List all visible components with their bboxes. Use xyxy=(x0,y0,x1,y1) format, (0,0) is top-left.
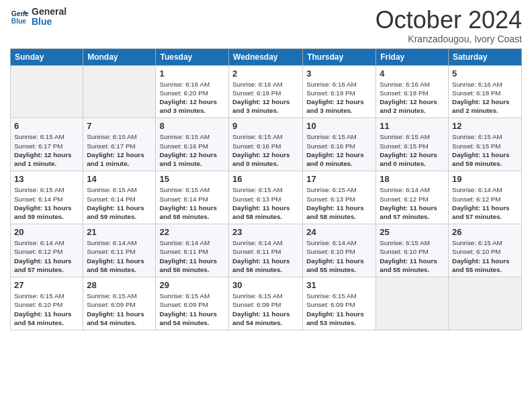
day-info: Sunrise: 6:15 AMSunset: 6:13 PMDaylight:… xyxy=(232,185,299,221)
day-number: 11 xyxy=(380,121,445,131)
day-info: Sunrise: 6:14 AMSunset: 6:12 PMDaylight:… xyxy=(452,185,518,221)
day-number: 22 xyxy=(159,227,225,237)
day-info: Sunrise: 6:15 AMSunset: 6:16 PMDaylight:… xyxy=(159,132,225,168)
day-number: 2 xyxy=(232,68,299,79)
day-number: 8 xyxy=(159,121,225,131)
logo: General Blue General Blue xyxy=(10,7,66,28)
weekday-header-row: SundayMondayTuesdayWednesdayThursdayFrid… xyxy=(11,48,522,65)
day-info: Sunrise: 6:15 AMSunset: 6:17 PMDaylight:… xyxy=(14,132,79,168)
calendar-cell: 13Sunrise: 6:15 AMSunset: 6:14 PMDayligh… xyxy=(11,171,83,224)
day-info: Sunrise: 6:15 AMSunset: 6:16 PMDaylight:… xyxy=(306,132,372,168)
title-block: October 2024 Kranzadougou, Ivory Coast xyxy=(375,7,522,44)
month-title: October 2024 xyxy=(375,7,522,34)
calendar-cell: 26Sunrise: 6:15 AMSunset: 6:10 PMDayligh… xyxy=(449,224,522,277)
calendar-cell: 7Sunrise: 6:15 AMSunset: 6:17 PMDaylight… xyxy=(83,118,156,171)
day-number: 12 xyxy=(452,121,518,131)
day-number: 10 xyxy=(306,121,372,131)
calendar-cell: 20Sunrise: 6:14 AMSunset: 6:12 PMDayligh… xyxy=(11,224,83,277)
day-info: Sunrise: 6:16 AMSunset: 6:19 PMDaylight:… xyxy=(306,80,372,116)
calendar-cell: 6Sunrise: 6:15 AMSunset: 6:17 PMDaylight… xyxy=(11,118,83,171)
calendar-cell: 10Sunrise: 6:15 AMSunset: 6:16 PMDayligh… xyxy=(303,118,376,171)
calendar-cell: 11Sunrise: 6:15 AMSunset: 6:15 PMDayligh… xyxy=(376,118,449,171)
week-row-3: 13Sunrise: 6:15 AMSunset: 6:14 PMDayligh… xyxy=(11,171,522,224)
day-number: 14 xyxy=(87,174,152,184)
day-number: 28 xyxy=(87,280,152,290)
day-info: Sunrise: 6:15 AMSunset: 6:14 PMDaylight:… xyxy=(87,185,152,221)
day-number: 13 xyxy=(14,174,79,184)
day-info: Sunrise: 6:15 AMSunset: 6:15 PMDaylight:… xyxy=(452,132,518,168)
day-info: Sunrise: 6:16 AMSunset: 6:18 PMDaylight:… xyxy=(452,80,518,116)
logo-icon: General Blue xyxy=(10,7,29,26)
day-number: 31 xyxy=(306,280,372,290)
calendar-cell: 16Sunrise: 6:15 AMSunset: 6:13 PMDayligh… xyxy=(229,171,303,224)
week-row-5: 27Sunrise: 6:15 AMSunset: 6:10 PMDayligh… xyxy=(11,277,522,330)
week-row-4: 20Sunrise: 6:14 AMSunset: 6:12 PMDayligh… xyxy=(11,224,522,277)
day-info: Sunrise: 6:14 AMSunset: 6:11 PMDaylight:… xyxy=(159,238,225,274)
calendar-cell xyxy=(83,65,156,118)
day-info: Sunrise: 6:15 AMSunset: 6:17 PMDaylight:… xyxy=(87,132,152,168)
calendar-cell xyxy=(376,277,449,330)
day-info: Sunrise: 6:15 AMSunset: 6:09 PMDaylight:… xyxy=(232,291,299,327)
week-row-2: 6Sunrise: 6:15 AMSunset: 6:17 PMDaylight… xyxy=(11,118,522,171)
weekday-header-thursday: Thursday xyxy=(303,48,376,65)
calendar-cell: 24Sunrise: 6:14 AMSunset: 6:10 PMDayligh… xyxy=(303,224,376,277)
day-number: 16 xyxy=(232,174,299,184)
calendar-cell xyxy=(449,277,522,330)
calendar-cell: 4Sunrise: 6:16 AMSunset: 6:18 PMDaylight… xyxy=(376,65,449,118)
day-info: Sunrise: 6:15 AMSunset: 6:09 PMDaylight:… xyxy=(306,291,372,327)
calendar-cell: 8Sunrise: 6:15 AMSunset: 6:16 PMDaylight… xyxy=(156,118,229,171)
day-info: Sunrise: 6:14 AMSunset: 6:11 PMDaylight:… xyxy=(87,238,152,274)
calendar-body: 1Sunrise: 6:16 AMSunset: 6:20 PMDaylight… xyxy=(11,65,522,330)
calendar-cell: 17Sunrise: 6:15 AMSunset: 6:13 PMDayligh… xyxy=(303,171,376,224)
day-number: 6 xyxy=(14,121,79,131)
day-number: 4 xyxy=(380,68,445,79)
weekday-header-tuesday: Tuesday xyxy=(156,48,229,65)
calendar-cell: 12Sunrise: 6:15 AMSunset: 6:15 PMDayligh… xyxy=(449,118,522,171)
day-info: Sunrise: 6:15 AMSunset: 6:09 PMDaylight:… xyxy=(159,291,225,327)
day-info: Sunrise: 6:15 AMSunset: 6:13 PMDaylight:… xyxy=(306,185,372,221)
svg-text:General: General xyxy=(11,10,29,17)
day-number: 17 xyxy=(306,174,372,184)
location-subtitle: Kranzadougou, Ivory Coast xyxy=(375,34,522,44)
day-number: 15 xyxy=(159,174,225,184)
weekday-header-wednesday: Wednesday xyxy=(229,48,303,65)
calendar-cell: 21Sunrise: 6:14 AMSunset: 6:11 PMDayligh… xyxy=(83,224,156,277)
day-info: Sunrise: 6:16 AMSunset: 6:20 PMDaylight:… xyxy=(159,80,225,116)
day-info: Sunrise: 6:14 AMSunset: 6:11 PMDaylight:… xyxy=(232,238,299,274)
day-info: Sunrise: 6:15 AMSunset: 6:14 PMDaylight:… xyxy=(159,185,225,221)
day-info: Sunrise: 6:14 AMSunset: 6:10 PMDaylight:… xyxy=(306,238,372,274)
calendar-cell: 27Sunrise: 6:15 AMSunset: 6:10 PMDayligh… xyxy=(11,277,83,330)
calendar-cell: 29Sunrise: 6:15 AMSunset: 6:09 PMDayligh… xyxy=(156,277,229,330)
logo-general: General xyxy=(32,7,66,17)
day-number: 19 xyxy=(452,174,518,184)
calendar-cell: 9Sunrise: 6:15 AMSunset: 6:16 PMDaylight… xyxy=(229,118,303,171)
calendar-cell xyxy=(11,65,83,118)
day-number: 27 xyxy=(14,280,79,290)
calendar-cell: 2Sunrise: 6:16 AMSunset: 6:19 PMDaylight… xyxy=(229,65,303,118)
day-number: 25 xyxy=(380,227,445,237)
calendar-cell: 14Sunrise: 6:15 AMSunset: 6:14 PMDayligh… xyxy=(83,171,156,224)
day-number: 9 xyxy=(232,121,299,131)
weekday-header-saturday: Saturday xyxy=(449,48,522,65)
calendar-cell: 22Sunrise: 6:14 AMSunset: 6:11 PMDayligh… xyxy=(156,224,229,277)
day-info: Sunrise: 6:14 AMSunset: 6:12 PMDaylight:… xyxy=(380,185,445,221)
day-info: Sunrise: 6:15 AMSunset: 6:10 PMDaylight:… xyxy=(14,291,79,327)
calendar-cell: 18Sunrise: 6:14 AMSunset: 6:12 PMDayligh… xyxy=(376,171,449,224)
calendar-cell: 30Sunrise: 6:15 AMSunset: 6:09 PMDayligh… xyxy=(229,277,303,330)
calendar-cell: 19Sunrise: 6:14 AMSunset: 6:12 PMDayligh… xyxy=(449,171,522,224)
page: General Blue General Blue October 2024 K… xyxy=(0,0,532,411)
day-number: 7 xyxy=(87,121,152,131)
day-number: 29 xyxy=(159,280,225,290)
week-row-1: 1Sunrise: 6:16 AMSunset: 6:20 PMDaylight… xyxy=(11,65,522,118)
calendar-table: SundayMondayTuesdayWednesdayThursdayFrid… xyxy=(10,48,522,330)
day-info: Sunrise: 6:16 AMSunset: 6:18 PMDaylight:… xyxy=(380,80,445,116)
calendar-cell: 31Sunrise: 6:15 AMSunset: 6:09 PMDayligh… xyxy=(303,277,376,330)
day-number: 23 xyxy=(232,227,299,237)
day-number: 3 xyxy=(306,68,372,79)
calendar-cell: 15Sunrise: 6:15 AMSunset: 6:14 PMDayligh… xyxy=(156,171,229,224)
day-info: Sunrise: 6:14 AMSunset: 6:12 PMDaylight:… xyxy=(14,238,79,274)
day-number: 1 xyxy=(159,68,225,79)
calendar-cell: 28Sunrise: 6:15 AMSunset: 6:09 PMDayligh… xyxy=(83,277,156,330)
weekday-header-friday: Friday xyxy=(376,48,449,65)
day-info: Sunrise: 6:15 AMSunset: 6:14 PMDaylight:… xyxy=(14,185,79,221)
